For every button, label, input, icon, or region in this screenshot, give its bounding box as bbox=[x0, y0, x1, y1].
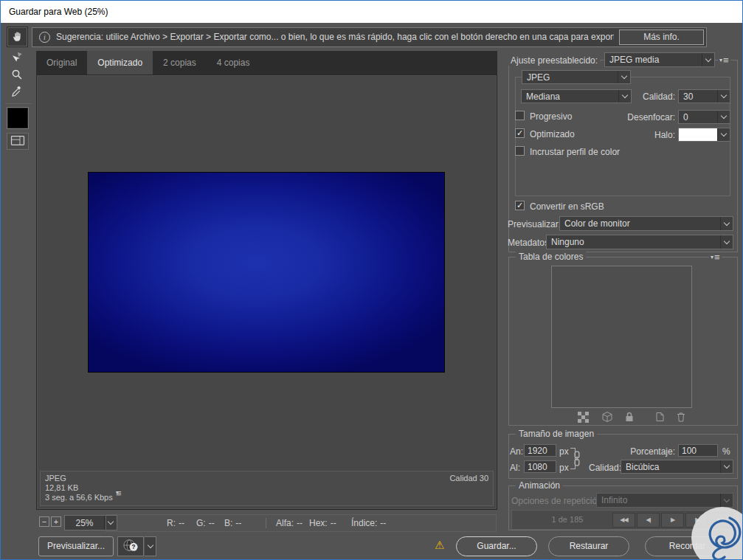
format-value: JPEG bbox=[522, 71, 618, 83]
width-input[interactable] bbox=[524, 444, 556, 457]
tab-optimized[interactable]: Optimizado bbox=[87, 51, 153, 75]
eyedropper-tool[interactable] bbox=[8, 84, 26, 100]
metadata-chevron-icon bbox=[720, 235, 733, 249]
loop-label: Opciones de repetición: bbox=[511, 496, 604, 506]
compression-value: Mediana bbox=[522, 90, 618, 103]
lock-color-icon[interactable] bbox=[623, 411, 635, 423]
tab-4up[interactable]: 4 copias bbox=[207, 51, 260, 75]
check-icon: ✓ bbox=[516, 201, 523, 210]
readout-hex: Hex:-- bbox=[309, 518, 336, 528]
readout-green: G:-- bbox=[196, 518, 215, 528]
format-select[interactable]: JPEG bbox=[522, 70, 631, 84]
preview-mode-chevron-icon bbox=[720, 217, 733, 230]
window-titlebar[interactable]: Guardar para Web (25%) bbox=[1, 1, 742, 23]
metadata-select[interactable]: Ninguno bbox=[546, 235, 733, 249]
optimized-image[interactable] bbox=[88, 172, 445, 373]
height-input[interactable] bbox=[524, 460, 556, 473]
browser-select-button[interactable] bbox=[145, 536, 156, 556]
info-icon: i bbox=[39, 32, 50, 43]
toggle-slices-button[interactable] bbox=[7, 133, 29, 150]
first-frame-button[interactable]: ◀◀ bbox=[612, 513, 635, 528]
percent-unit: % bbox=[722, 446, 730, 457]
fill-color-swatch[interactable] bbox=[7, 108, 28, 128]
reset-button[interactable]: Restaurar bbox=[548, 536, 629, 556]
svg-text:?: ? bbox=[132, 544, 136, 550]
save-button[interactable]: Guardar... bbox=[456, 536, 537, 556]
warning-icon: ⚠ bbox=[435, 539, 444, 552]
web-shift-cube-icon[interactable] bbox=[601, 411, 613, 423]
zoom-in-button[interactable]: + bbox=[51, 516, 61, 527]
hand-tool[interactable] bbox=[7, 27, 28, 47]
preset-menu-icon[interactable]: ▾≡ bbox=[718, 55, 730, 65]
readout-index: Índice:-- bbox=[351, 518, 386, 528]
compression-select[interactable]: Mediana bbox=[521, 89, 632, 103]
color-table-title: Tabla de colores bbox=[516, 252, 586, 262]
resample-chevron-icon bbox=[720, 460, 733, 473]
preview-quality: Calidad 30 bbox=[449, 474, 488, 483]
preset-select[interactable]: JPEG media bbox=[604, 52, 715, 67]
tab-original[interactable]: Original bbox=[36, 51, 87, 75]
play-button[interactable]: ▶ bbox=[661, 513, 684, 528]
progressive-label: Progresivo bbox=[530, 111, 572, 122]
previous-frame-button[interactable]: ◀| bbox=[637, 513, 660, 528]
optimized-label: Optimizado bbox=[530, 129, 575, 139]
width-unit: px bbox=[559, 446, 569, 457]
matte-chevron-icon bbox=[717, 128, 730, 141]
toolbar-divider bbox=[5, 103, 32, 104]
hand-icon bbox=[11, 30, 24, 45]
slice-select-tool[interactable] bbox=[8, 49, 26, 66]
quality-chevron-icon bbox=[717, 90, 730, 103]
preview-mode-select[interactable]: Color de monitor bbox=[559, 216, 733, 231]
format-chevron-icon bbox=[618, 71, 630, 83]
embed-profile-checkbox[interactable] bbox=[515, 146, 525, 156]
preset-label: Ajuste preestablecido: bbox=[508, 55, 600, 66]
preview-tabs: Original Optimizado 2 copias 4 copias bbox=[36, 51, 497, 75]
preview-download-time: 3 seg. a 56,6 Kbps bbox=[45, 493, 113, 502]
preview-mode-value: Color de monitor bbox=[560, 217, 720, 230]
color-table-swatches[interactable] bbox=[551, 266, 692, 408]
more-info-button[interactable]: Más info. bbox=[619, 30, 704, 45]
resample-select[interactable]: Bicúbica bbox=[621, 460, 733, 474]
height-unit: px bbox=[559, 463, 569, 473]
zoom-tool[interactable] bbox=[8, 67, 26, 83]
metadata-value: Ninguno bbox=[547, 235, 720, 249]
image-size-title: Tamaño de imagen bbox=[516, 429, 597, 439]
srgb-checkbox[interactable]: ✓ bbox=[515, 201, 525, 210]
zoom-level-value: 25% bbox=[65, 516, 104, 530]
readout-blue: B:-- bbox=[224, 518, 241, 528]
quality-select[interactable]: 30 bbox=[678, 89, 730, 103]
trash-icon[interactable] bbox=[675, 411, 687, 423]
animation-title: Animación bbox=[516, 480, 563, 491]
frame-counter: 1 de 185 bbox=[534, 515, 601, 524]
transparency-checker-icon[interactable] bbox=[578, 412, 590, 424]
srgb-label: Convertir en sRGB bbox=[530, 201, 604, 212]
resample-label: Calidad: bbox=[589, 463, 621, 473]
link-dimensions-icon[interactable] bbox=[573, 451, 581, 469]
progressive-checkbox[interactable] bbox=[515, 111, 525, 120]
new-color-icon[interactable] bbox=[654, 411, 666, 423]
save-for-web-dialog: Guardar para Web (25%) i Sugerencia: uti… bbox=[0, 0, 743, 560]
readout-divider bbox=[266, 518, 266, 528]
color-table-menu-icon[interactable]: ▾≡ bbox=[709, 252, 722, 262]
percent-input[interactable] bbox=[678, 444, 718, 457]
window-title: Guardar para Web (25%) bbox=[9, 7, 108, 17]
preview-in-browser-button[interactable]: Previsualizar... bbox=[38, 536, 114, 556]
blur-select[interactable]: 0 bbox=[678, 110, 730, 124]
readout-alpha: Alfa:-- bbox=[276, 518, 303, 528]
blur-chevron-icon bbox=[717, 111, 730, 123]
check-icon: ✓ bbox=[516, 128, 523, 137]
percent-label: Porcentaje: bbox=[619, 446, 675, 457]
tab-2up[interactable]: 2 copias bbox=[153, 51, 207, 75]
matte-label: Halo: bbox=[635, 130, 675, 140]
zoom-out-button[interactable]: − bbox=[39, 516, 49, 527]
quality-label: Calidad: bbox=[619, 91, 675, 102]
height-label: Al: bbox=[510, 463, 520, 473]
metadata-label: Metadatos: bbox=[508, 238, 551, 248]
magnifier-icon bbox=[10, 68, 24, 83]
browser-globe-icon: ? bbox=[122, 538, 139, 555]
embed-profile-label: Incrustar perfil de color bbox=[530, 147, 620, 157]
optimized-checkbox[interactable]: ✓ bbox=[515, 128, 525, 138]
browser-button[interactable]: ? bbox=[117, 536, 144, 556]
matte-select[interactable] bbox=[678, 128, 730, 142]
preview-info-bar: JPEG 12,81 KB 3 seg. a 56,6 Kbps ▾≡ Cali… bbox=[40, 471, 494, 506]
